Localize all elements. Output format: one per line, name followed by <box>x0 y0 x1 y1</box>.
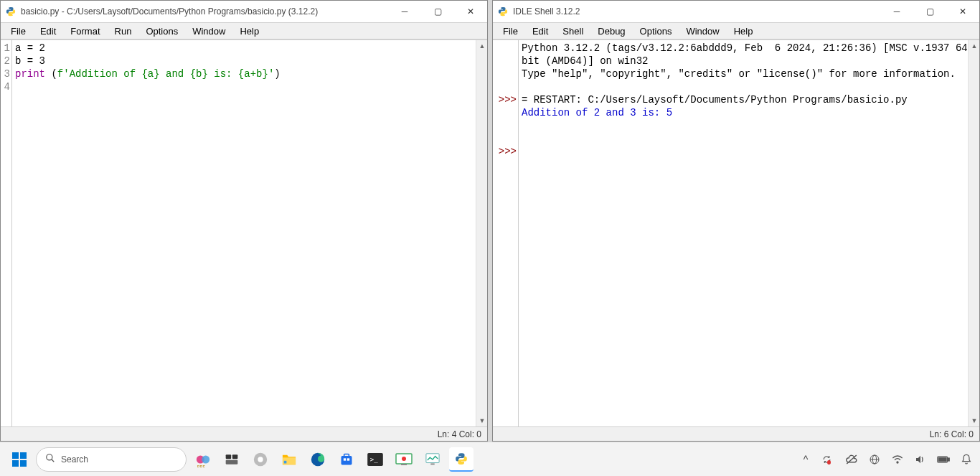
scroll-down-icon[interactable]: ▼ <box>476 415 487 426</box>
minimize-button[interactable]: ─ <box>388 1 421 22</box>
idle-taskbar-icon[interactable] <box>449 447 473 472</box>
taskbar: Search PRE >_ ^ <box>0 442 980 476</box>
svg-point-8 <box>47 454 52 460</box>
svg-point-0 <box>9 8 9 9</box>
screen-recorder-icon[interactable] <box>392 447 416 472</box>
svg-point-36 <box>897 462 898 463</box>
wifi-icon[interactable] <box>891 453 904 466</box>
svg-rect-13 <box>226 454 232 459</box>
scroll-down-icon[interactable]: ▼ <box>969 415 979 426</box>
editor-menubar: File Edit Format Run Options Window Help <box>1 22 487 39</box>
svg-rect-15 <box>226 459 238 464</box>
prompt-column: >>> >>> <box>493 40 519 426</box>
menu-shell[interactable]: Shell <box>555 24 590 38</box>
svg-point-3 <box>504 14 505 15</box>
svg-rect-24 <box>347 458 349 460</box>
code-area[interactable]: a = 2 b = 3 print (f'Addition of {a} and… <box>12 40 487 426</box>
menu-edit[interactable]: Edit <box>525 24 555 38</box>
python-icon <box>5 6 17 17</box>
banner-help: Type "help", "copyright", "credits" or "… <box>522 68 956 80</box>
program-output: Addition of 2 and 3 is: 5 <box>522 107 672 118</box>
minimize-button[interactable]: ─ <box>880 1 913 22</box>
editor-window: basicio.py - C:/Users/Laysoft/Documents/… <box>0 0 488 442</box>
maximize-button[interactable]: ▢ <box>421 1 454 22</box>
start-button[interactable] <box>7 447 32 472</box>
language-icon[interactable] <box>868 453 881 466</box>
svg-rect-38 <box>948 457 949 460</box>
svg-rect-6 <box>12 460 19 467</box>
file-explorer-icon[interactable] <box>277 447 301 472</box>
search-icon <box>45 453 55 465</box>
menu-window[interactable]: Window <box>185 24 232 38</box>
copilot-icon[interactable]: PRE <box>191 447 215 472</box>
shell-output[interactable]: Python 3.12.2 (tags/v3.12.2:6abddd9, Feb… <box>519 40 979 426</box>
banner-text: Python 3.12.2 (tags/v3.12.2:6abddd9, Feb… <box>522 42 974 67</box>
menu-format[interactable]: Format <box>63 24 107 38</box>
monitor-app-icon[interactable] <box>420 447 445 472</box>
battery-icon[interactable] <box>937 453 950 466</box>
svg-point-28 <box>402 457 406 461</box>
store-icon[interactable] <box>334 447 359 472</box>
editor-cursor-pos: Ln: 4 Col: 0 <box>438 429 481 439</box>
shell-statusbar: Ln: 6 Col: 0 <box>493 426 979 441</box>
editor-title: basicio.py - C:/Users/Laysoft/Documents/… <box>21 6 388 17</box>
svg-text:>_: >_ <box>370 455 378 462</box>
notification-icon[interactable] <box>960 453 973 466</box>
editor-titlebar: basicio.py - C:/Users/Laysoft/Documents/… <box>1 1 487 22</box>
menu-help[interactable]: Help <box>232 24 266 38</box>
menu-options[interactable]: Options <box>633 24 679 38</box>
editor-scrollbar[interactable]: ▲ ▼ <box>476 40 487 426</box>
svg-rect-39 <box>938 457 946 462</box>
scroll-up-icon[interactable]: ▲ <box>969 40 979 52</box>
svg-rect-7 <box>20 460 27 467</box>
svg-rect-22 <box>344 454 349 456</box>
editor-body[interactable]: 1234 a = 2 b = 3 print (f'Addition of {a… <box>1 39 487 426</box>
shell-scrollbar[interactable]: ▲ ▼ <box>968 40 979 426</box>
shell-title: IDLE Shell 3.12.2 <box>513 6 880 17</box>
onedrive-sync-icon[interactable] <box>822 453 835 466</box>
svg-text:PRE: PRE <box>197 464 206 467</box>
shell-cursor-pos: Ln: 6 Col: 0 <box>930 429 974 439</box>
cloud-icon[interactable] <box>845 453 858 466</box>
task-view-icon[interactable] <box>220 447 244 472</box>
volume-icon[interactable] <box>914 453 927 466</box>
close-button[interactable]: ✕ <box>946 1 979 22</box>
svg-rect-23 <box>344 458 346 460</box>
svg-rect-5 <box>20 452 27 459</box>
line-number-gutter: 1234 <box>1 40 12 426</box>
menu-window[interactable]: Window <box>679 24 726 38</box>
menu-debug[interactable]: Debug <box>590 24 632 38</box>
python-icon <box>497 6 509 17</box>
menu-edit[interactable]: Edit <box>33 24 63 38</box>
chrome-grey-icon[interactable] <box>248 447 273 472</box>
svg-rect-14 <box>232 454 238 459</box>
terminal-icon[interactable]: >_ <box>363 447 387 472</box>
svg-point-17 <box>258 457 263 462</box>
svg-rect-21 <box>341 456 352 465</box>
menu-file[interactable]: File <box>4 24 33 38</box>
svg-line-9 <box>52 459 55 462</box>
menu-run[interactable]: Run <box>108 24 139 38</box>
search-placeholder: Search <box>61 454 88 465</box>
taskbar-search[interactable]: Search <box>36 447 187 472</box>
close-button[interactable]: ✕ <box>454 1 487 22</box>
shell-menubar: File Edit Shell Debug Options Window Hel… <box>493 22 979 39</box>
svg-rect-4 <box>12 452 19 459</box>
svg-rect-29 <box>401 464 407 465</box>
shell-window: IDLE Shell 3.12.2 ─ ▢ ✕ File Edit Shell … <box>492 0 980 442</box>
tray-chevron-icon[interactable]: ^ <box>799 453 812 466</box>
restart-line: = RESTART: C:/Users/Laysoft/Documents/Py… <box>522 94 908 106</box>
menu-options[interactable]: Options <box>138 24 185 38</box>
svg-point-1 <box>12 14 13 15</box>
svg-point-2 <box>501 8 501 9</box>
menu-file[interactable]: File <box>496 24 525 38</box>
menu-help[interactable]: Help <box>727 24 760 38</box>
editor-statusbar: Ln: 4 Col: 0 <box>1 426 487 441</box>
shell-body[interactable]: >>> >>> Python 3.12.2 (tags/v3.12.2:6abd… <box>493 39 979 426</box>
shell-titlebar: IDLE Shell 3.12.2 ─ ▢ ✕ <box>493 1 979 22</box>
scroll-up-icon[interactable]: ▲ <box>476 40 487 52</box>
maximize-button[interactable]: ▢ <box>913 1 946 22</box>
svg-point-11 <box>202 455 209 463</box>
svg-rect-19 <box>284 460 287 463</box>
edge-icon[interactable] <box>306 447 330 472</box>
